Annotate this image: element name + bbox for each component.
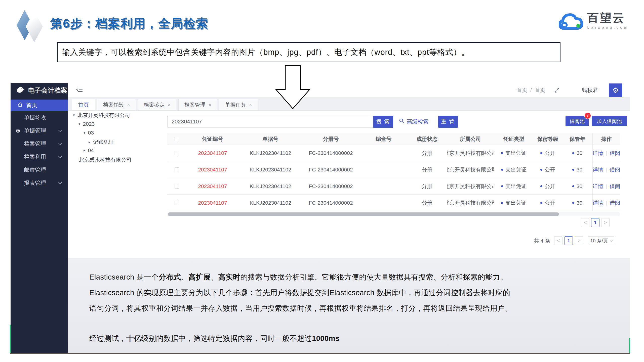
table-header-row: 凭证编号 单据号 分册号 编盒号 成册状态 所属公司 凭证类型 保密等级 保管年… — [167, 133, 620, 145]
page-size-select[interactable]: 10 条/页 — [588, 236, 614, 245]
row-select-cell — [167, 151, 186, 155]
voucher-no-link[interactable]: 2023041107 — [186, 150, 239, 156]
current-page-button[interactable]: 1 — [565, 236, 573, 245]
advanced-search-link[interactable]: 高级检索 — [399, 116, 429, 128]
detail-link[interactable]: 详情 — [593, 183, 603, 190]
prev-page-button[interactable]: < — [554, 236, 562, 245]
close-icon[interactable]: × — [249, 102, 252, 108]
fullscreen-icon[interactable] — [554, 87, 560, 93]
reset-button[interactable]: 重 置 — [438, 116, 458, 128]
sidebar-item-doc-manage[interactable]: 单据管理 — [11, 124, 68, 137]
caret-right-icon[interactable]: ▸ — [89, 140, 91, 144]
volume-no: FC-230414000002 — [302, 150, 360, 156]
col-status: 成册状态 — [408, 135, 447, 143]
collapse-menu-icon[interactable] — [76, 87, 83, 94]
secrecy-dot-icon — [540, 152, 542, 154]
page-title: 第6步：档案利用，全局检索 — [50, 16, 209, 32]
voucher-no-link[interactable]: 2023041107 — [186, 200, 239, 206]
radio-dot-icon — [16, 129, 20, 133]
tab-home[interactable]: 首页 — [72, 99, 95, 110]
content-area: ▾ 北京开灵科技有限公司 ▾ 2023 ▾ 03 ▸ 记账凭证 ▸ 04 — [68, 111, 630, 258]
tree-label: 北京禹水科技有限公司 — [79, 156, 132, 163]
prev-page-button[interactable]: < — [581, 218, 589, 227]
tab-archive-manage[interactable]: 档案管理 × — [178, 99, 217, 110]
sidebar-item-label: 首页 — [26, 102, 37, 109]
status: 分册 — [408, 150, 447, 157]
detail-link[interactable]: 详情 — [593, 199, 603, 206]
sidebar-item-mail-manage[interactable]: 邮寄管理 — [11, 163, 68, 176]
sidebar-menu: 首页 单据签收 单据管理 档案管理 档案利用 — [11, 100, 68, 190]
slide-canvas: 第6步：档案利用，全局检索 百望云 baiwang.com 输入关键字，可以检索… — [0, 0, 644, 362]
detail-link[interactable]: 详情 — [593, 166, 603, 173]
results-table: 凭证编号 单据号 分册号 编盒号 成册状态 所属公司 凭证类型 保密等级 保管年… — [167, 133, 620, 211]
current-user[interactable]: 钱秋君 — [582, 86, 598, 94]
row-select-cell — [167, 184, 186, 189]
close-icon[interactable]: × — [127, 102, 130, 108]
tab-archive-appraise[interactable]: 档案鉴定 × — [138, 99, 177, 110]
next-page-button[interactable]: > — [601, 218, 610, 227]
borrow-pool-badge: 7 — [584, 112, 591, 119]
caret-down-icon[interactable]: ▾ — [84, 130, 86, 135]
row-checkbox[interactable] — [175, 201, 179, 205]
sidebar-item-doc-sign[interactable]: 单据签收 — [11, 111, 68, 124]
sidebar-item-archive-use[interactable]: 档案利用 — [11, 150, 68, 163]
tree-label: 北京开灵科技有限公司 — [77, 112, 130, 119]
tree-node-voucher[interactable]: ▸ 记账凭证 — [89, 139, 114, 146]
cloud-icon — [559, 12, 584, 33]
current-page-button[interactable]: 1 — [591, 218, 599, 227]
tree-node-company-1[interactable]: ▾ 北京开灵科技有限公司 — [73, 112, 130, 119]
caret-down-icon[interactable]: ▾ — [78, 122, 80, 126]
search-input[interactable] — [167, 116, 373, 128]
tree-node-month-03[interactable]: ▾ 03 — [84, 130, 94, 136]
col-actions: 操作 — [592, 133, 620, 145]
row-checkbox[interactable] — [175, 184, 179, 189]
pager-full: 共 4 条 < 1 > 10 条/页 — [534, 236, 614, 245]
sidebar-item-label: 单据签收 — [24, 114, 46, 121]
actions-cell: 详情|借阅 — [592, 195, 620, 211]
doc-no: KLKJ2023041102 — [239, 183, 302, 189]
secrecy-dot-icon — [540, 185, 542, 187]
borrow-link[interactable]: 借阅 — [610, 199, 620, 206]
settings-button[interactable]: ⚙ — [609, 83, 622, 97]
horizontal-scrollbar-thumb[interactable] — [168, 212, 559, 216]
status: 分册 — [408, 183, 447, 190]
row-checkbox[interactable] — [175, 151, 179, 155]
borrow-link[interactable]: 借阅 — [610, 166, 620, 173]
retention: 30 — [562, 183, 592, 189]
app-navbar: 首页 / 首页 钱秋君 ⚙ — [68, 83, 630, 98]
caret-down-icon[interactable]: ▾ — [73, 113, 75, 117]
capture-edge-bottom — [10, 353, 630, 354]
voucher-no-link[interactable]: 2023041107 — [186, 183, 239, 189]
volume-no: FC-230414000002 — [302, 183, 360, 189]
breadcrumb-root[interactable]: 首页 — [517, 87, 527, 94]
sidebar-item-report-manage[interactable]: 报表管理 — [11, 176, 68, 190]
tree-node-company-2[interactable]: 北京禹水科技有限公司 — [79, 156, 132, 163]
caret-right-icon[interactable]: ▸ — [84, 148, 86, 153]
search-button[interactable]: 搜 索 — [373, 116, 393, 128]
voucher-no-link[interactable]: 2023041107 — [186, 167, 239, 173]
secrecy: 公开 — [533, 150, 562, 157]
detail-link[interactable]: 详情 — [593, 150, 603, 157]
col-volume-no: 分册号 — [302, 135, 360, 143]
sidebar-item-home[interactable]: 首页 — [11, 100, 68, 111]
tab-label: 档案销毁 — [103, 101, 124, 108]
tab-archive-destroy[interactable]: 档案销毁 × — [97, 99, 136, 110]
close-icon[interactable]: × — [168, 102, 171, 108]
retention-dot-icon — [572, 185, 574, 187]
voucher-type: 支出凭证 — [494, 199, 533, 206]
next-page-button[interactable]: > — [575, 236, 583, 245]
retention: 30 — [562, 200, 592, 206]
tree-label: 03 — [88, 130, 94, 136]
select-all-checkbox[interactable] — [175, 137, 179, 141]
borrow-link[interactable]: 借阅 — [610, 150, 620, 157]
tree-node-month-04[interactable]: ▸ 04 — [84, 147, 94, 153]
row-checkbox[interactable] — [175, 167, 179, 172]
note-gap — [89, 316, 620, 331]
close-icon[interactable]: × — [208, 102, 211, 108]
sidebar-item-archive-manage[interactable]: 档案管理 — [11, 137, 68, 150]
action-separator: | — [606, 150, 607, 156]
tree-node-year[interactable]: ▾ 2023 — [78, 121, 95, 127]
tab-doc-task[interactable]: 单据任务 × — [219, 99, 258, 110]
add-to-pool-button[interactable]: 加入借阅池 — [592, 116, 627, 126]
borrow-link[interactable]: 借阅 — [610, 183, 620, 190]
